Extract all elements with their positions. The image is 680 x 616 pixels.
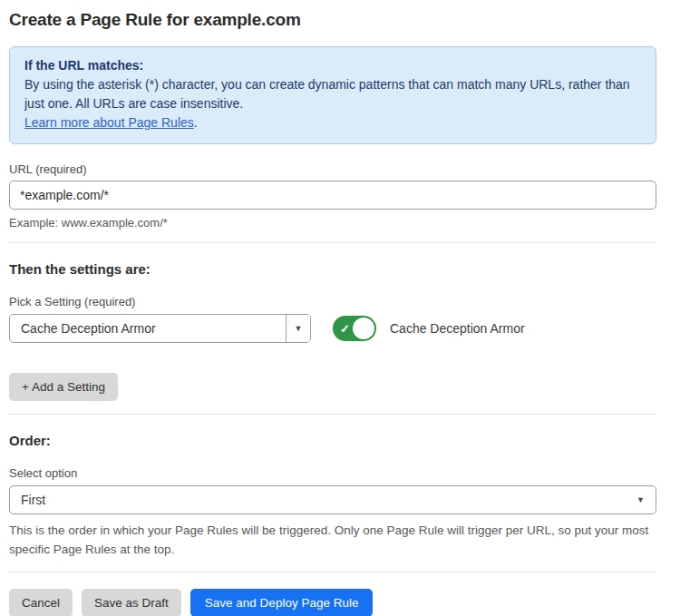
setting-select-value: Cache Deception Armor	[10, 321, 286, 336]
link-suffix: .	[194, 115, 198, 130]
divider	[9, 414, 656, 415]
pick-setting-label: Pick a Setting (required)	[9, 295, 656, 308]
setting-select[interactable]: Cache Deception Armor ▼	[9, 314, 311, 343]
cache-deception-armor-toggle[interactable]: ✓	[333, 316, 376, 341]
add-setting-button[interactable]: + Add a Setting	[9, 373, 118, 401]
order-select[interactable]: First ▼	[9, 485, 656, 514]
info-box-body: By using the asterisk (*) character, you…	[24, 75, 641, 113]
setting-select-arrow-button[interactable]: ▼	[286, 315, 310, 342]
save-and-deploy-button[interactable]: Save and Deploy Page Rule	[190, 589, 374, 616]
divider	[9, 242, 656, 243]
cancel-button[interactable]: Cancel	[9, 589, 73, 616]
check-icon: ✓	[340, 322, 350, 336]
page-title: Create a Page Rule for example.com	[9, 8, 656, 31]
settings-section-heading: Then the settings are:	[9, 261, 656, 277]
order-select-label: Select option	[9, 466, 656, 480]
url-match-info-box: If the URL matches: By using the asteris…	[9, 46, 656, 144]
url-field-label: URL (required)	[9, 162, 656, 176]
order-helper-text: This is the order in which your Page Rul…	[9, 521, 656, 559]
info-box-link-line: Learn more about Page Rules.	[24, 113, 641, 132]
divider	[9, 572, 656, 572]
learn-more-link[interactable]: Learn more about Page Rules	[24, 115, 194, 130]
save-as-draft-button[interactable]: Save as Draft	[82, 589, 181, 616]
url-input[interactable]	[9, 181, 656, 210]
chevron-down-icon: ▼	[636, 496, 645, 504]
toggle-knob	[353, 318, 374, 339]
footer-actions: Cancel Save as Draft Save and Deploy Pag…	[9, 589, 656, 616]
order-select-value: First	[10, 493, 656, 507]
setting-row: Cache Deception Armor ▼ ✓ Cache Deceptio…	[9, 314, 656, 343]
create-page-rule-panel: Create a Page Rule for example.com If th…	[0, 0, 680, 616]
info-box-heading: If the URL matches:	[24, 56, 641, 75]
url-example-helper: Example: www.example.com/*	[9, 216, 656, 230]
toggle-label: Cache Deception Armor	[390, 321, 525, 336]
order-section-heading: Order:	[9, 433, 656, 448]
chevron-down-icon: ▼	[295, 325, 303, 333]
